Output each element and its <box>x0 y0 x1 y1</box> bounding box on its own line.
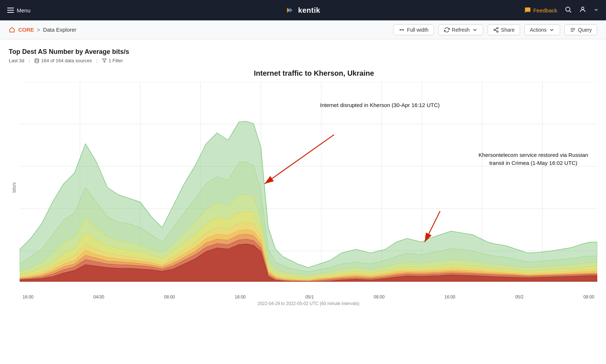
nav-left: Menu <box>7 7 31 13</box>
x-axis-labels: 16:00 04/30 08:00 16:00 05/1 08:00 16:00… <box>9 294 597 300</box>
svg-line-30 <box>265 135 334 184</box>
database-icon <box>34 58 39 63</box>
x-label-7: 05/2 <box>515 294 523 300</box>
toolbar-actions: Full width Refresh Share Actions <box>393 24 597 35</box>
svg-point-2 <box>566 7 570 11</box>
x-label-5: 08:00 <box>374 294 385 300</box>
svg-marker-1 <box>290 8 293 13</box>
full-width-icon <box>399 27 405 33</box>
y-axis-label: bits/s <box>9 82 20 293</box>
data-sources-value: 164 of 164 data sources <box>41 58 92 63</box>
meta-separator-1: | <box>29 58 30 63</box>
actions-label: Actions <box>530 27 547 33</box>
svg-point-6 <box>494 29 495 31</box>
query-icon <box>570 27 576 33</box>
time-range-meta: Last 3d <box>9 58 24 63</box>
search-icon <box>564 6 572 13</box>
share-icon <box>493 27 499 33</box>
x-label-6: 16:00 <box>444 294 455 300</box>
full-width-button[interactable]: Full width <box>393 24 434 35</box>
actions-dropdown-icon <box>549 27 555 33</box>
share-label: Share <box>501 27 515 33</box>
breadcrumb-toolbar: CORE > Data Explorer Full width Refresh <box>0 20 606 39</box>
search-button[interactable] <box>564 6 572 15</box>
breadcrumb-separator: > <box>37 27 40 33</box>
x-axis-subtitle: 2022-04-29 to 2022-05-02 UTC (60 minute … <box>9 301 597 306</box>
x-label-0: 16:00 <box>23 294 34 300</box>
top-navigation: Menu kentik Feedback <box>0 0 606 20</box>
user-icon <box>579 6 586 13</box>
feedback-label: Feedback <box>533 7 557 13</box>
time-range-value: Last 3d <box>9 58 24 63</box>
refresh-button[interactable]: Refresh <box>438 24 483 35</box>
account-dropdown-button[interactable] <box>594 7 599 14</box>
feedback-icon <box>524 7 531 13</box>
annotation-1: Internet disrupted in Kherson (30-Apr 16… <box>320 102 440 108</box>
menu-label: Menu <box>17 7 31 13</box>
svg-point-7 <box>497 31 498 32</box>
chart-title-section: Top Dest AS Number by Average bits/s Las… <box>9 48 597 63</box>
query-label: Query <box>578 27 592 33</box>
svg-line-3 <box>570 11 571 12</box>
chart-svg: Internet disrupted in Kherson (30-Apr 16… <box>20 82 597 293</box>
actions-button[interactable]: Actions <box>524 24 560 35</box>
breadcrumb-current-page: Data Explorer <box>43 27 76 33</box>
svg-point-5 <box>497 27 498 29</box>
x-label-8: 08:00 <box>583 294 594 300</box>
menu-button[interactable]: Menu <box>7 7 31 13</box>
kentik-logo-icon <box>286 5 296 15</box>
breadcrumb-core: CORE <box>18 27 34 33</box>
svg-marker-14 <box>102 59 106 63</box>
main-content: Top Dest AS Number by Average bits/s Las… <box>0 39 606 306</box>
svg-point-4 <box>582 7 584 9</box>
chevron-down-icon <box>594 7 599 12</box>
nav-center: kentik <box>286 5 320 15</box>
full-width-label: Full width <box>407 27 428 33</box>
user-button[interactable] <box>579 6 586 15</box>
svg-point-13 <box>35 59 39 60</box>
core-icon <box>9 27 15 33</box>
x-label-2: 08:00 <box>164 294 175 300</box>
feedback-button[interactable]: Feedback <box>524 7 557 13</box>
share-button[interactable]: Share <box>488 24 520 35</box>
svg-line-8 <box>495 30 497 31</box>
filter-value: 1 Filter <box>109 58 123 63</box>
chart-title: Top Dest AS Number by Average bits/s <box>9 48 597 56</box>
refresh-dropdown-icon <box>472 27 478 33</box>
x-label-4: 05/1 <box>306 294 314 300</box>
chart-meta: Last 3d | 164 of 164 data sources | 1 Fi… <box>9 58 597 63</box>
query-button[interactable]: Query <box>564 24 597 35</box>
meta-separator-2: | <box>97 58 98 63</box>
kentik-brand-name: kentik <box>298 6 320 15</box>
hamburger-icon <box>7 8 14 13</box>
x-label-3: 16:00 <box>235 294 245 300</box>
area-chart <box>20 82 597 293</box>
nav-right: Feedback <box>524 6 599 15</box>
filter-icon <box>102 58 107 63</box>
breadcrumb: CORE > Data Explorer <box>9 27 76 33</box>
chart-wrapper: Internet traffic to Kherson, Ukraine bit… <box>9 69 597 306</box>
refresh-label: Refresh <box>452 27 470 33</box>
svg-line-9 <box>495 28 497 29</box>
kentik-logo[interactable]: kentik <box>286 5 320 15</box>
refresh-icon <box>444 27 450 33</box>
chart-heading: Internet traffic to Kherson, Ukraine <box>9 69 597 78</box>
filter-meta[interactable]: 1 Filter <box>102 58 123 63</box>
annotation-2: Khersontelecom service restored via Russ… <box>479 151 588 167</box>
data-sources-meta: 164 of 164 data sources <box>34 58 92 63</box>
chart-area: bits/s <box>9 82 597 293</box>
x-label-1: 04/30 <box>93 294 104 300</box>
